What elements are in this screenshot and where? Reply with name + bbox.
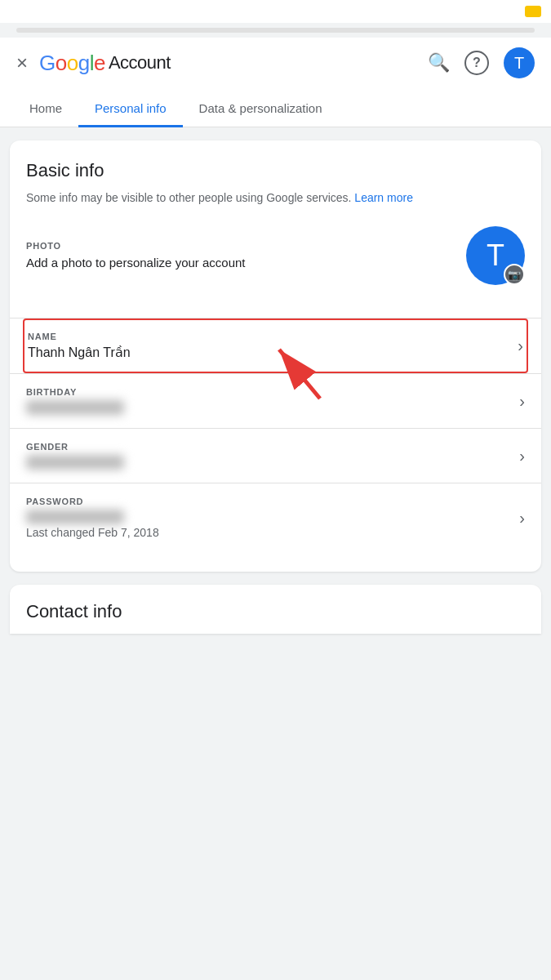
close-icon[interactable]: × [16,51,28,74]
photo-avatar-wrap[interactable]: T 📷 [466,226,525,285]
avatar[interactable]: T [504,47,535,78]
scroll-hint [16,28,535,33]
birthday-chevron-icon: › [519,392,525,411]
name-row[interactable]: NAME Thanh Ngân Trần › [23,318,528,373]
tab-personal-info[interactable]: Personal info [78,88,183,127]
status-bar [0,0,551,23]
camera-badge: 📷 [504,264,525,285]
photo-info: PHOTO Add a photo to personalize your ac… [26,241,246,271]
password-last-changed: Last changed Feb 7, 2018 [26,526,159,539]
photo-section[interactable]: PHOTO Add a photo to personalize your ac… [26,226,525,298]
basic-info-subtitle: Some info may be visible to other people… [26,189,525,207]
password-chevron-icon: › [519,509,525,528]
birthday-row-wrap: BIRTHDAY › [26,374,525,428]
name-value: Thanh Ngân Trần [28,345,131,360]
password-label: PASSWORD [26,497,159,506]
google-logo: Google Account [39,51,171,76]
photo-description: Add a photo to personalize your account [26,254,246,271]
password-content: PASSWORD Last changed Feb 7, 2018 [26,497,159,539]
main-content: Basic info Some info may be visible to o… [0,127,551,647]
photo-label: PHOTO [26,241,246,251]
header-left: × Google Account [16,51,171,76]
name-label: NAME [28,332,131,341]
gender-value [26,455,124,470]
search-icon[interactable]: 🔍 [428,52,450,74]
basic-info-title: Basic info [26,160,525,181]
contact-info-card: Contact info [10,585,541,634]
gender-chevron-icon: › [519,447,525,466]
birthday-content: BIRTHDAY [26,387,124,415]
google-o2: o [67,51,78,76]
learn-more-link[interactable]: Learn more [354,191,413,204]
birthday-row[interactable]: BIRTHDAY › [26,374,525,428]
google-g2: g [78,51,90,76]
tab-data-personalization[interactable]: Data & personalization [183,88,339,127]
tab-home[interactable]: Home [13,88,78,127]
gender-label: GENDER [26,442,124,452]
header: × Google Account 🔍 ? T [0,38,551,88]
nav-tabs: Home Personal info Data & personalizatio… [0,88,551,127]
birthday-label: BIRTHDAY [26,387,124,397]
password-value [26,510,124,524]
gender-row[interactable]: GENDER › [26,429,525,483]
basic-info-card: Basic info Some info may be visible to o… [10,140,541,572]
google-o1: o [56,51,67,76]
account-label: Account [109,52,171,74]
password-row[interactable]: PASSWORD Last changed Feb 7, 2018 › [26,483,525,552]
help-icon[interactable]: ? [464,51,489,75]
gender-content: GENDER [26,442,124,470]
google-g: G [39,51,56,76]
camera-icon: 📷 [508,269,521,281]
header-right: 🔍 ? T [428,47,535,78]
contact-info-title: Contact info [26,601,525,622]
google-e: e [94,51,105,76]
name-content: NAME Thanh Ngân Trần [28,332,131,360]
battery-indicator [525,6,541,17]
name-chevron-icon: › [518,336,523,355]
birthday-value [26,400,124,415]
